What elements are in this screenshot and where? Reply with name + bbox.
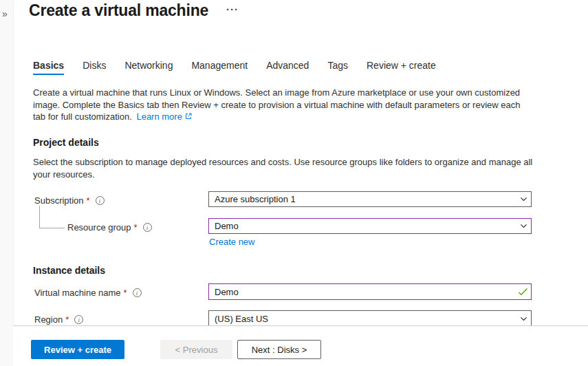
page-title: Create a virtual machine	[29, 1, 208, 20]
chevron-down-icon	[516, 222, 531, 230]
vm-name-label-text: Virtual machine name	[34, 288, 121, 298]
vm-name-label: Virtual machine name * i	[34, 287, 142, 298]
create-new-link[interactable]: Create new	[209, 237, 254, 247]
required-asterisk: *	[124, 288, 127, 298]
subscription-dropdown[interactable]: Azure subscription 1	[208, 191, 532, 207]
external-link-icon	[185, 113, 192, 120]
vm-name-input[interactable]	[209, 284, 514, 299]
wizard-footer: Review + create < Previous Next : Disks …	[13, 325, 588, 366]
resource-group-dropdown[interactable]: Demo	[208, 218, 532, 234]
required-asterisk: *	[65, 314, 69, 325]
more-options-button[interactable]: ···	[226, 3, 239, 15]
learn-more-link[interactable]: Learn more	[136, 111, 191, 122]
collapsed-sidebar	[0, 0, 14, 366]
previous-button[interactable]: < Previous	[160, 340, 232, 359]
next-disks-button[interactable]: Next : Disks >	[237, 340, 321, 359]
chevron-down-icon	[516, 314, 531, 323]
resource-group-value: Demo	[209, 221, 516, 231]
tab-networking[interactable]: Networking	[124, 60, 173, 75]
project-details-description: Select the subscription to manage deploy…	[33, 156, 533, 180]
checkmark-icon	[514, 288, 531, 296]
info-icon[interactable]: i	[143, 223, 152, 232]
subscription-label: Subscription * i	[34, 195, 105, 206]
instance-details-heading: Instance details	[33, 265, 105, 276]
subscription-value: Azure subscription 1	[209, 194, 516, 204]
required-asterisk: *	[134, 222, 138, 233]
region-value: (US) East US	[209, 314, 516, 324]
info-icon[interactable]: i	[96, 196, 105, 205]
project-details-heading: Project details	[33, 137, 99, 148]
subscription-label-text: Subscription	[34, 195, 84, 206]
intro-text: Create a virtual machine that runs Linux…	[33, 87, 521, 122]
tab-basics[interactable]: Basics	[33, 60, 64, 75]
learn-more-label: Learn more	[136, 111, 182, 122]
tab-tags[interactable]: Tags	[327, 60, 348, 75]
tab-advanced[interactable]: Advanced	[266, 60, 309, 75]
tab-review-create[interactable]: Review + create	[367, 60, 436, 75]
chevron-down-icon	[516, 195, 531, 204]
resource-group-label: Resource group * i	[67, 222, 152, 233]
resource-group-label-text: Resource group	[67, 222, 131, 233]
region-label-text: Region	[34, 314, 63, 325]
expand-sidebar-icon[interactable]: »	[2, 8, 13, 19]
intro-paragraph: Create a virtual machine that runs Linux…	[33, 87, 533, 123]
tab-disks[interactable]: Disks	[83, 60, 106, 75]
vm-name-field	[208, 283, 532, 300]
tab-management[interactable]: Management	[191, 60, 248, 75]
info-icon[interactable]: i	[133, 288, 142, 297]
region-label: Region * i	[34, 314, 83, 325]
wizard-tabs: Basics Disks Networking Management Advan…	[33, 60, 436, 75]
field-hierarchy-connector	[39, 206, 65, 228]
review-create-button[interactable]: Review + create	[31, 340, 124, 359]
region-dropdown[interactable]: (US) East US	[208, 310, 532, 327]
info-icon[interactable]: i	[74, 315, 83, 324]
required-asterisk: *	[87, 195, 90, 206]
